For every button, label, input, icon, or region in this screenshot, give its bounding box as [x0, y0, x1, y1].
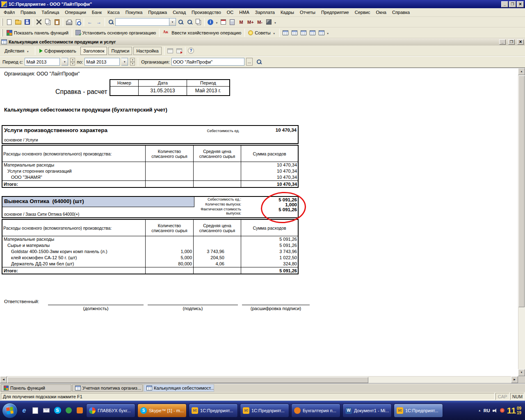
- scroll-down-button[interactable]: ▼: [518, 369, 525, 376]
- generate-button[interactable]: Сформировать: [37, 47, 79, 55]
- counterparties-button[interactable]: [299, 28, 308, 37]
- find-in-list-button[interactable]: [185, 18, 194, 27]
- taskbar-button-1c-1[interactable]: 1С:Предприят...: [189, 404, 238, 418]
- memory-plus-button[interactable]: М+: [246, 18, 256, 27]
- volume-icon[interactable]: [493, 408, 498, 413]
- menu-reports[interactable]: Отчеты: [297, 9, 318, 16]
- period-from-spinner[interactable]: ▲▼: [70, 58, 75, 66]
- documents-journal-button[interactable]: [281, 28, 290, 37]
- menu-enterprise[interactable]: Предприятие: [318, 9, 352, 16]
- organization-search-button[interactable]: [254, 57, 263, 66]
- settings-button[interactable]: Настройка: [133, 47, 161, 55]
- horizontal-scrollbar[interactable]: ◀ ▶: [0, 376, 518, 383]
- chevron-down-icon[interactable]: [274, 20, 277, 25]
- tips-button[interactable]: Советы: [246, 28, 278, 37]
- period-from-input[interactable]: [25, 58, 60, 66]
- help-button[interactable]: [187, 46, 196, 55]
- menu-windows[interactable]: Окна: [373, 9, 389, 16]
- antivirus-icon[interactable]: [500, 408, 504, 413]
- period-to-spinner[interactable]: ▲▼: [130, 58, 135, 66]
- period-from-dropdown[interactable]: [62, 58, 68, 66]
- organization-more-button[interactable]: ...: [246, 58, 253, 66]
- set-main-organization-button[interactable]: Установить основную организацию: [73, 28, 158, 37]
- service-tools-button[interactable]: [265, 18, 274, 27]
- actions-button[interactable]: Действия: [2, 47, 32, 55]
- show-function-panel-button[interactable]: Показать панель функций: [5, 28, 71, 37]
- menu-table[interactable]: Таблица: [39, 9, 62, 16]
- menu-nma[interactable]: НМА: [236, 9, 252, 16]
- menu-sale[interactable]: Продажа: [145, 9, 170, 16]
- undo-button[interactable]: ←: [85, 18, 94, 27]
- menu-production[interactable]: Производство: [189, 9, 224, 16]
- doc-close-button[interactable]: [517, 39, 524, 45]
- calendar-button[interactable]: [219, 18, 228, 27]
- operations-journal-button[interactable]: [290, 28, 299, 37]
- close-button[interactable]: [517, 1, 524, 7]
- tab-cost-calculation[interactable]: Калькуляция себестоимост...: [144, 384, 214, 392]
- documents-icon[interactable]: [31, 406, 40, 415]
- signatures-toggle-button[interactable]: Подписи: [108, 47, 132, 55]
- menu-service[interactable]: Сервис: [352, 9, 373, 16]
- vertical-scroll-thumb[interactable]: [518, 75, 525, 307]
- chart-of-accounts-button[interactable]: [308, 28, 317, 37]
- taskbar-button-accounting[interactable]: Бухгалтерия п...: [291, 404, 340, 418]
- open-button[interactable]: [14, 18, 23, 27]
- new-document-button[interactable]: [5, 18, 14, 27]
- search-dropdown-button[interactable]: [169, 18, 176, 26]
- cut-button[interactable]: [34, 18, 43, 27]
- menu-file[interactable]: Файл: [1, 9, 18, 16]
- tray-expand-icon[interactable]: ▲: [478, 409, 481, 412]
- doc-minimize-button[interactable]: [499, 39, 506, 45]
- save-button[interactable]: [23, 18, 32, 27]
- print-preview-button[interactable]: [73, 18, 82, 27]
- menu-bank[interactable]: Банк: [89, 9, 105, 16]
- menu-hr[interactable]: Кадры: [278, 9, 297, 16]
- references-button[interactable]: [317, 28, 326, 37]
- scroll-right-button[interactable]: ▶: [511, 376, 518, 383]
- chevron-down-icon[interactable]: [326, 30, 330, 35]
- find-next-button[interactable]: [176, 18, 185, 27]
- vertical-scrollbar[interactable]: ▲ ▼: [518, 68, 525, 376]
- skype-icon[interactable]: S: [53, 406, 62, 415]
- menu-purchase[interactable]: Покупка: [123, 9, 146, 16]
- horizontal-scroll-thumb[interactable]: [7, 377, 368, 383]
- scroll-up-button[interactable]: ▲: [518, 68, 525, 75]
- internet-explorer-icon[interactable]: e: [20, 406, 29, 415]
- find-button[interactable]: [106, 18, 115, 27]
- copy-table-button[interactable]: [194, 18, 203, 27]
- period-to-input[interactable]: [84, 58, 120, 66]
- print-button[interactable]: [64, 18, 73, 27]
- language-indicator[interactable]: RU: [484, 408, 490, 413]
- menu-salary[interactable]: Зарплата: [252, 9, 278, 16]
- messenger-icon[interactable]: [64, 406, 73, 415]
- taskbar-button-1c-active[interactable]: 1С:Предприят...: [394, 404, 443, 418]
- paste-button[interactable]: [52, 18, 62, 27]
- table-settings-button[interactable]: [166, 46, 175, 55]
- taskbar-button-1c-2[interactable]: 1С:Предприят...: [240, 404, 289, 418]
- menu-help[interactable]: Справка: [389, 9, 413, 16]
- maximize-button[interactable]: [509, 1, 516, 7]
- doc-restore-button[interactable]: [508, 39, 515, 45]
- info-button[interactable]: [206, 18, 215, 27]
- memory-recall-button[interactable]: М: [237, 18, 246, 27]
- taskbar-button-skype[interactable]: Skype™ [1] - m...: [137, 404, 187, 418]
- start-button[interactable]: [2, 403, 18, 418]
- menu-edit[interactable]: Правка: [18, 9, 39, 16]
- memory-minus-button[interactable]: М-: [256, 18, 265, 27]
- save-settings-button[interactable]: [175, 46, 184, 55]
- tray-clock[interactable]: 11 09 19: [507, 406, 521, 415]
- media-player-icon[interactable]: [75, 406, 84, 415]
- chevron-down-icon[interactable]: [215, 20, 219, 25]
- header-toggle-button[interactable]: Заголовок: [80, 47, 107, 55]
- scroll-left-button[interactable]: ◀: [0, 376, 7, 383]
- menu-warehouse[interactable]: Склад: [170, 9, 189, 16]
- menu-cash[interactable]: Касса: [105, 9, 123, 16]
- search-combobox[interactable]: [115, 18, 169, 26]
- menu-operations[interactable]: Операции: [62, 9, 89, 16]
- period-to-dropdown[interactable]: [121, 58, 128, 66]
- tab-function-panel[interactable]: Панель функций: [1, 384, 71, 392]
- tab-accounting-policy[interactable]: Учетная политика организ...: [72, 384, 143, 392]
- taskbar-button-word[interactable]: Документ1 - Mi...: [342, 404, 392, 418]
- redo-button[interactable]: →: [94, 18, 103, 27]
- enter-operation-button[interactable]: Ввести хозяйственную операцию: [161, 28, 243, 37]
